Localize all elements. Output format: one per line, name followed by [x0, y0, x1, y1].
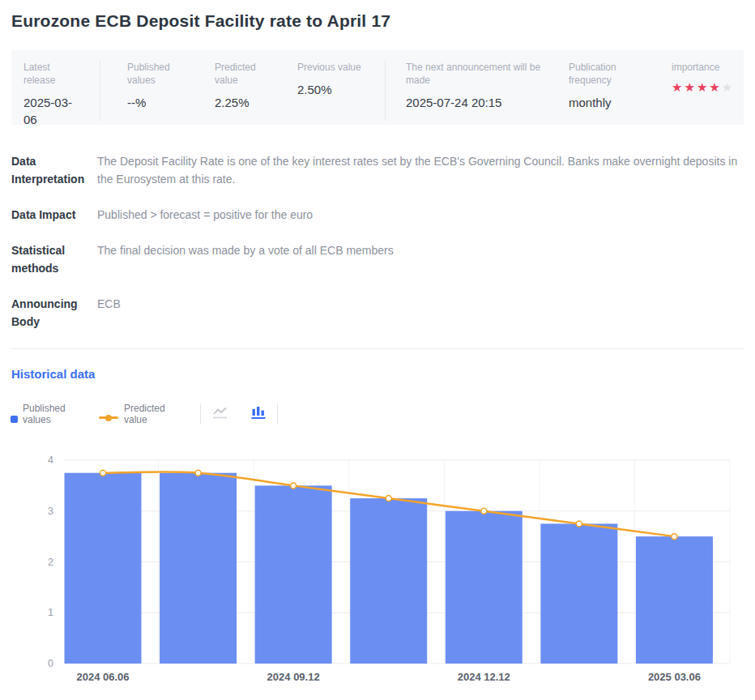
bar-chart-toggle[interactable]	[240, 404, 277, 424]
svg-text:4: 4	[48, 455, 53, 466]
stat-value: --%	[127, 94, 181, 111]
published-values-swatch	[11, 416, 18, 423]
line-chart-toggle[interactable]	[201, 404, 240, 424]
detail-row-announcing-body: Announcing Body ECB	[11, 295, 744, 331]
importance-stars: ★★★★★	[672, 80, 746, 95]
detail-value: The final decision was made by a vote of…	[97, 241, 741, 277]
detail-row-data-interpretation: Data Interpretation The Deposit Facility…	[11, 152, 744, 188]
line-marker-dot	[105, 415, 112, 421]
svg-text:2024 06.06: 2024 06.06	[76, 671, 129, 683]
stat-predicted-value: Predicted value 2.25%	[215, 61, 271, 125]
chart-canvas: 012342024 06.062024 09.122024 12.122025 …	[0, 448, 755, 700]
predicted-value-swatch	[99, 416, 118, 419]
svg-text:1: 1	[48, 607, 53, 618]
star-empty-icon: ★	[722, 80, 734, 94]
legend-item-predicted-value[interactable]: Predicted value	[99, 403, 174, 425]
detail-value: ECB	[97, 295, 741, 331]
svg-text:0: 0	[48, 658, 53, 669]
stat-label: Predicted value	[215, 61, 271, 87]
detail-label: Announcing Body	[11, 295, 97, 331]
stats-bar: Latest release 2025-03-06 Published valu…	[11, 50, 744, 125]
line-chart-icon	[212, 406, 228, 420]
star-filled-icon: ★	[684, 80, 696, 94]
svg-text:2025 03.06: 2025 03.06	[648, 671, 701, 683]
detail-row-statistical-methods: Statistical methods The final decision w…	[11, 241, 744, 277]
chart-type-toggle-group	[200, 403, 278, 425]
stat-value: 2025-03-06	[23, 94, 79, 128]
detail-label: Data Impact	[11, 206, 97, 224]
stat-latest-release: Latest release 2025-03-06	[23, 61, 100, 121]
legend-label: Published values	[23, 403, 73, 425]
svg-text:3: 3	[48, 506, 53, 517]
detail-label: Statistical methods	[11, 241, 97, 277]
stat-value: 2025-07-24 20:15	[406, 94, 548, 111]
stat-label: Latest release	[23, 61, 79, 87]
stat-publication-frequency: Publication frequency monthly	[569, 61, 633, 125]
svg-text:2: 2	[48, 557, 53, 568]
stat-label: The next announcement will be made	[406, 61, 548, 87]
page-root: Eurozone ECB Deposit Facility rate to Ap…	[0, 0, 755, 700]
chart-legend: Published values Predicted value	[11, 403, 755, 429]
historical-chart[interactable]: 012342024 06.062024 09.122024 12.122025 …	[0, 448, 755, 700]
stat-next-announcement: The next announcement will be made 2025-…	[406, 61, 548, 125]
stat-value: monthly	[569, 94, 633, 111]
stat-value: 2.50%	[297, 81, 361, 98]
page-title: Eurozone ECB Deposit Facility rate to Ap…	[0, 0, 755, 31]
svg-text:2024 12.12: 2024 12.12	[458, 671, 510, 683]
historical-data-heading: Historical data	[11, 367, 744, 381]
stat-label: Previous value	[297, 61, 361, 74]
bar-chart-icon	[251, 406, 266, 420]
detail-value: Published > forecast = positive for the …	[97, 206, 741, 224]
detail-rows: Data Interpretation The Deposit Facility…	[11, 152, 744, 331]
stat-label: importance	[672, 61, 746, 74]
divider	[277, 403, 278, 425]
detail-label: Data Interpretation	[11, 152, 97, 188]
stat-label: Publication frequency	[569, 61, 633, 87]
detail-row-data-impact: Data Impact Published > forecast = posit…	[11, 206, 744, 224]
stat-published-values: Published values --%	[127, 61, 181, 125]
stat-value: 2.25%	[215, 94, 271, 111]
star-filled-icon: ★	[709, 80, 721, 94]
legend-label: Predicted value	[124, 403, 174, 425]
section-divider	[11, 348, 744, 349]
legend-item-published-values[interactable]: Published values	[11, 403, 73, 425]
stat-importance: importance ★★★★★	[672, 61, 746, 125]
star-filled-icon: ★	[672, 80, 684, 94]
stat-label: Published values	[127, 61, 181, 87]
star-filled-icon: ★	[697, 80, 709, 94]
svg-text:2024 09.12: 2024 09.12	[267, 671, 320, 683]
stat-previous-value: Previous value 2.50%	[297, 61, 386, 121]
detail-value: The Deposit Facility Rate is one of the …	[97, 152, 741, 188]
